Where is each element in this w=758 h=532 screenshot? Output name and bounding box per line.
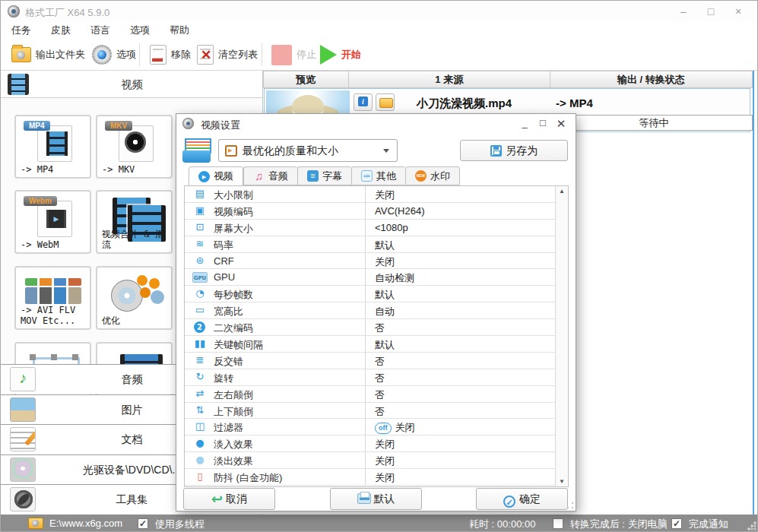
tab-watermark[interactable]: NEW水印 xyxy=(405,166,460,185)
setting-label: 屏幕大小 xyxy=(214,222,253,236)
multithread-option[interactable]: 使用多线程 xyxy=(138,518,205,531)
setting-row-10[interactable]: ≣反交错否 xyxy=(185,353,568,369)
sidebar-video-header[interactable]: 视频 xyxy=(1,71,263,98)
tab-audio[interactable]: ♫音频 xyxy=(243,166,297,185)
ok-label: 确定 xyxy=(519,492,541,505)
shutdown-option[interactable]: 转换完成后 : 关闭电脑 xyxy=(553,518,667,531)
setting-row-0[interactable]: ▤大小限制关闭 xyxy=(185,186,568,203)
maximize-button[interactable]: □ xyxy=(701,5,721,17)
other-tab-icon: ≔ xyxy=(361,170,373,182)
dialog-resize-grip[interactable] xyxy=(566,502,574,509)
cancel-button[interactable]: ↩取消 xyxy=(183,488,275,510)
tab-label: 音频 xyxy=(268,169,288,183)
setting-row-3[interactable]: ≋码率默认 xyxy=(185,236,568,253)
save-as-button[interactable]: 另存为 xyxy=(460,140,568,161)
clear-list-button[interactable]: 清空列表 xyxy=(197,42,258,68)
menu-item-3[interactable]: 选项 xyxy=(127,22,153,39)
scroll-up-icon[interactable]: ▲ xyxy=(556,188,568,195)
setting-value: 否 xyxy=(375,405,385,419)
save-as-label: 另存为 xyxy=(506,144,538,157)
video-card-label: -> MP4 xyxy=(21,164,53,175)
remove-icon xyxy=(150,45,167,65)
table-scrollbar[interactable]: ▲ ▼ xyxy=(555,186,568,486)
remove-button[interactable]: 移除 xyxy=(150,42,191,68)
default-button[interactable]: 默认 xyxy=(330,488,422,510)
setting-row-6[interactable]: ◔每秒帧数默认 xyxy=(185,286,568,302)
options-button[interactable]: 选项 xyxy=(92,42,136,68)
menu-item-4[interactable]: 帮助 xyxy=(167,22,192,39)
setting-label: 过滤器 xyxy=(214,421,243,435)
menu-item-1[interactable]: 皮肤 xyxy=(48,22,74,39)
tab-label: 水印 xyxy=(430,169,450,183)
start-button[interactable]: 开始 xyxy=(320,42,361,68)
dialog-title-bar: 视频设置 _ □ ✕ xyxy=(176,114,576,134)
video-card-1[interactable]: MKV-> MKV xyxy=(96,115,173,179)
clear-list-label: 清空列表 xyxy=(218,48,258,62)
scroll-down-icon[interactable]: ▼ xyxy=(556,478,568,485)
deinterlace-icon: ≣ xyxy=(192,354,208,366)
setting-row-5[interactable]: GPUGPU自动检测 xyxy=(185,269,568,286)
video-card-3[interactable]: 视频合并 & 混流 xyxy=(96,190,173,254)
dialog-minimize-button[interactable]: _ xyxy=(516,117,533,128)
setting-label: GPU xyxy=(214,271,235,283)
tab-other[interactable]: ≔其他 xyxy=(351,166,405,185)
setting-row-1[interactable]: ▣视频编码AVC(H264) xyxy=(185,203,568,220)
setting-row-12[interactable]: ⇄左右颠倒否 xyxy=(185,386,568,403)
setting-value: 否 xyxy=(375,321,385,335)
multithread-checkbox[interactable] xyxy=(138,518,148,529)
tab-video[interactable]: ▶视频 xyxy=(189,166,243,186)
queue-column-2: 输出 / 转换状态 xyxy=(550,71,753,88)
setting-row-15[interactable]: ●淡入效果关闭 xyxy=(185,435,568,452)
close-button[interactable]: × xyxy=(728,5,748,17)
ok-button[interactable]: ✓确定 xyxy=(476,488,568,510)
profile-select[interactable]: 最优化的质量和大小 xyxy=(218,139,398,162)
toolbar-separator xyxy=(139,43,140,66)
output-folder-button[interactable]: 输出文件夹 xyxy=(11,42,85,68)
video-card-2[interactable]: Webm-> WebM xyxy=(14,190,91,254)
setting-row-9[interactable]: ▮▮关键帧间隔默认 xyxy=(185,336,568,353)
dialog-title: 视频设置 xyxy=(201,119,240,132)
setting-row-4[interactable]: ⊛CRF关闭 xyxy=(185,253,568,270)
play-icon xyxy=(320,45,337,65)
menu-item-2[interactable]: 语言 xyxy=(87,22,113,39)
setting-row-11[interactable]: ↻旋转否 xyxy=(185,369,568,386)
output-path-icon[interactable] xyxy=(28,518,43,529)
default-icon xyxy=(357,493,371,504)
tab-subtitle[interactable]: ≡字幕 xyxy=(297,166,351,185)
setting-row-16[interactable]: ●淡出效果关闭 xyxy=(185,452,568,469)
notify-option[interactable]: 完成通知 xyxy=(671,518,728,531)
output-path[interactable]: E:\www.x6g.com xyxy=(49,518,122,529)
video-card-4[interactable]: -> AVI FLV MOV Etc... xyxy=(14,266,91,330)
profile-tray-icon xyxy=(182,138,211,163)
flip-v-icon: ⇅ xyxy=(192,404,208,416)
setting-label: 大小限制 xyxy=(214,188,253,202)
app-icon xyxy=(8,5,20,17)
start-label: 开始 xyxy=(341,48,361,62)
remove-label: 移除 xyxy=(171,48,191,62)
resize-grip[interactable] xyxy=(747,521,756,530)
setting-row-7[interactable]: ▭宽高比自动 xyxy=(185,302,568,319)
format-badge: MP4 xyxy=(24,121,50,131)
setting-row-14[interactable]: ◫过滤器off关闭 xyxy=(185,419,568,435)
output-format: -> MP4 xyxy=(556,97,593,109)
stop-label: 停止 xyxy=(297,48,316,62)
setting-row-17[interactable]: ▯防抖 (白金功能)关闭 xyxy=(185,469,568,486)
minimize-button[interactable]: – xyxy=(674,5,693,17)
setting-row-8[interactable]: 2二次编码否 xyxy=(185,319,568,336)
gear-icon xyxy=(92,45,112,65)
video-header-label: 视频 xyxy=(1,78,263,92)
setting-row-13[interactable]: ⇅上下颠倒否 xyxy=(185,403,568,420)
info-button[interactable] xyxy=(354,93,373,111)
menu-item-0[interactable]: 任务 xyxy=(8,22,34,39)
stop-button[interactable]: 停止 xyxy=(271,42,316,68)
video-card-5[interactable]: 优化 xyxy=(96,266,173,330)
notify-checkbox[interactable] xyxy=(671,518,682,529)
dialog-maximize-button[interactable]: □ xyxy=(534,117,551,128)
shutdown-checkbox[interactable] xyxy=(553,518,563,529)
dialog-close-button[interactable]: ✕ xyxy=(553,117,569,131)
keyframe-icon: ▮▮ xyxy=(192,337,208,349)
setting-row-2[interactable]: ⊡屏幕大小<1080p xyxy=(185,220,568,236)
video-card-0[interactable]: MP4-> MP4 xyxy=(14,115,91,179)
open-folder-button[interactable] xyxy=(376,93,395,111)
two-pass-icon: 2 xyxy=(194,321,205,333)
